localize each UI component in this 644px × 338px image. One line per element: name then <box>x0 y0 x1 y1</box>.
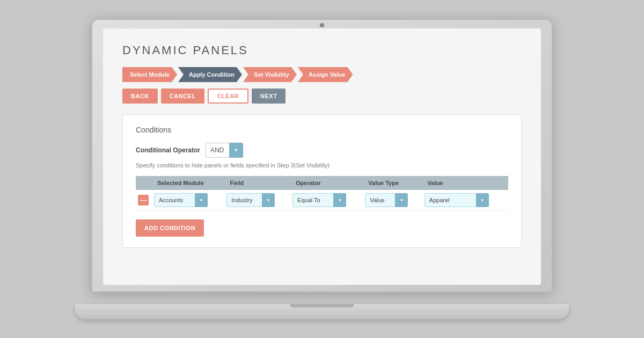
laptop-base <box>75 304 569 319</box>
conditional-operator-row: Conditional Operator AND OR <box>136 143 508 158</box>
value-select-wrapper: Apparel <box>425 193 489 207</box>
laptop-screen: DYNAMIC PANELS Select Module Apply Condi… <box>103 28 541 285</box>
table-body: Accounts Industry <box>136 190 508 211</box>
step-set-visibility[interactable]: Set Visibility <box>243 67 297 82</box>
laptop-frame: DYNAMIC PANELS Select Module Apply Condi… <box>91 19 553 319</box>
value-type-select[interactable]: Value <box>365 193 408 207</box>
row-operator-cell: Equal To <box>290 190 363 211</box>
row-value-cell: Apparel <box>422 190 508 211</box>
value-type-select-wrapper: Value <box>365 193 408 207</box>
back-button[interactable]: BACK <box>122 89 158 104</box>
col-field: Field <box>224 176 290 190</box>
webcam <box>320 23 324 27</box>
cancel-button[interactable]: CANCEL <box>161 89 204 104</box>
row-value-type-cell: Value <box>363 190 422 211</box>
module-select[interactable]: Accounts <box>154 193 208 207</box>
condition-operator-select-wrapper: Equal To <box>292 193 346 207</box>
condition-operator-select[interactable]: Equal To <box>292 193 346 207</box>
add-condition-button[interactable]: ADD CONDITION <box>136 219 204 237</box>
operator-select[interactable]: AND OR <box>206 143 243 158</box>
col-value-type: Value Type <box>363 176 422 190</box>
row-delete-cell <box>136 190 152 211</box>
operator-select-wrapper: AND OR <box>206 143 243 158</box>
stepper: Select Module Apply Condition Set Visibi… <box>122 67 522 82</box>
col-selected-module: Selected Module <box>152 176 224 190</box>
conditional-operator-label: Conditional Operator <box>136 146 200 154</box>
delete-row-button[interactable] <box>138 195 149 205</box>
screen-content: DYNAMIC PANELS Select Module Apply Condi… <box>103 28 541 285</box>
clear-button[interactable]: CLEAR <box>208 89 248 104</box>
conditions-table: Selected Module Field Operator Value Typ… <box>136 176 508 211</box>
module-select-wrapper: Accounts <box>154 193 208 207</box>
value-select[interactable]: Apparel <box>425 193 489 207</box>
action-buttons: BACK CANCEL CLEAR NEXT <box>122 89 522 104</box>
field-select[interactable]: Industry <box>226 193 275 207</box>
hint-text: Specify conditions to hide panels or fie… <box>136 162 508 168</box>
col-operator: Operator <box>290 176 363 190</box>
field-select-wrapper: Industry <box>226 193 275 207</box>
conditions-box: Conditions Conditional Operator AND OR S <box>122 114 522 248</box>
page-title: DYNAMIC PANELS <box>122 43 522 57</box>
screen-bezel: DYNAMIC PANELS Select Module Apply Condi… <box>91 19 553 292</box>
step-assign-value[interactable]: Assign Value <box>298 67 353 82</box>
col-delete <box>136 176 152 190</box>
table-header: Selected Module Field Operator Value Typ… <box>136 176 508 190</box>
step-select-module[interactable]: Select Module <box>122 67 177 82</box>
table-row: Accounts Industry <box>136 190 508 211</box>
col-value: Value <box>422 176 508 190</box>
conditions-title: Conditions <box>136 126 508 134</box>
row-module-cell: Accounts <box>152 190 224 211</box>
step-apply-condition[interactable]: Apply Condition <box>178 67 242 82</box>
next-button[interactable]: NEXT <box>252 89 286 104</box>
row-field-cell: Industry <box>224 190 290 211</box>
